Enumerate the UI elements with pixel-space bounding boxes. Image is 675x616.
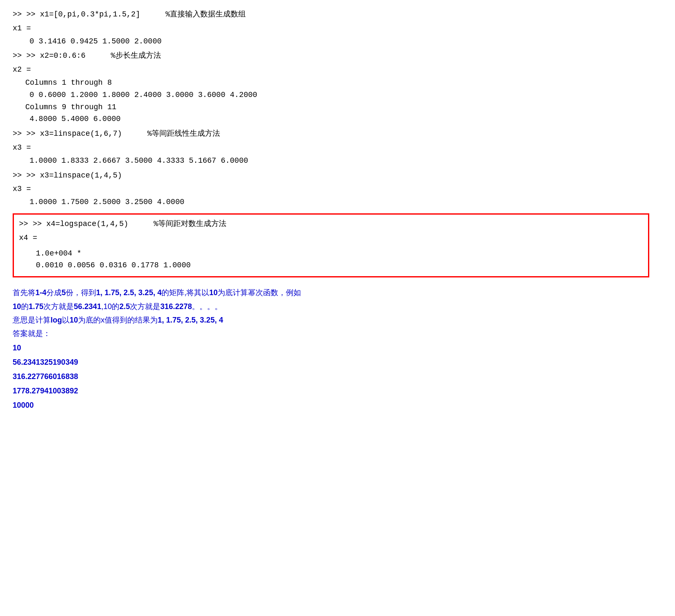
prompt-4: >> [19,218,32,230]
exp-10b: 10 [70,316,78,324]
exp-bold3: 1, 1.75, 2.5, 3.25, 4 [96,288,161,297]
cmd2-text: >> x2=0:0.6:6 [26,50,85,62]
x2-row1: 0 0.6000 1.2000 1.8000 2.4000 3.0000 3.6… [13,89,662,101]
x4-values: 0.0010 0.0056 0.0316 0.1778 1.0000 [19,259,643,272]
result5: 10000 [13,398,662,412]
cmd1-text: >> x1=[0,pi,0.3*pi,1.5,2] [26,8,140,21]
exp-bold4: 10 [209,288,218,297]
prompt-3a: >> [13,128,26,140]
explanation-line2: 10的1.75次方就是56.2341,10的2.5次方就是316.2278。。。… [13,300,662,313]
x2-col1: Columns 1 through 8 [13,77,662,89]
explanation-line3: 意思是计算log以10为底的x值得到的结果为1, 1.75, 2.5, 3.25… [13,313,662,327]
exp-line3c: 为底的x值得到的结果为 [78,316,158,324]
x3a-values: 1.0000 1.8333 2.6667 3.5000 4.3333 5.166… [13,155,662,167]
explanation-section: 首先将1-4分成5份，得到1, 1.75, 2.5, 3.25, 4的矩阵,将其… [13,286,662,341]
exp-part2: 分成 [46,288,62,297]
exp-line2e: 。。。。 [192,302,222,311]
code-block: >> >> x1=[0,pi,0.3*pi,1.5,2] %直接输入数据生成数组… [13,8,662,280]
x4-label: x4 = [19,232,643,244]
exp-bold1: 1-4 [35,288,46,297]
exp-part1: 首先将 [13,288,35,297]
exp-316: 316.2278 [160,302,192,311]
exp-log: log [51,316,62,324]
exp-10: 10 [13,302,21,311]
cmd3b-text: >> x3=linspace(1,4,5) [26,169,122,182]
cmd1-comment: %直接输入数据生成数组 [165,8,246,21]
result1: 10 [13,341,662,355]
x3b-label: x3 = [13,183,662,195]
explanation-line4: 答案就是： [13,327,662,340]
exp-line2d: 次方就是 [130,302,160,311]
exp-part5: 为底计算幂次函数，例如 [218,288,301,297]
x3a-label: x3 = [13,142,662,154]
cmd3a-line: >> >> x3=linspace(1,6,7) %等间距线性生成方法 [13,128,662,140]
highlighted-section: >> >> x4=logspace(1,4,5) %等间距对数生成方法 x4 =… [13,213,649,277]
exp-values-bold: 1, 1.75, 2.5, 3.25, 4 [158,316,223,324]
exp-line3a: 意思是计算 [13,316,51,324]
exp-line2a: 的 [21,302,29,311]
x2-col2: Columns 9 through 11 [13,101,662,113]
x2-row2: 4.8000 5.4000 6.0000 [13,113,662,125]
cmd1-line: >> >> x1=[0,pi,0.3*pi,1.5,2] %直接输入数据生成数组 [13,8,662,21]
cmd4-line: >> >> x4=logspace(1,4,5) %等间距对数生成方法 [19,218,643,230]
x1-values: 0 3.1416 0.9425 1.5000 2.0000 [13,35,662,48]
exp-answer-label: 答案就是： [13,329,51,338]
exp-part3: 份，得到 [66,288,96,297]
exp-175: 1.75 [29,302,43,311]
cmd4-comment: %等间距对数生成方法 [153,218,226,230]
result4: 1778.27941003892 [13,384,662,398]
cmd4-text: >> x4=logspace(1,4,5) [32,218,128,230]
exp-line3b: 以 [62,316,70,324]
cmd3a-comment: %等间距线性生成方法 [147,128,220,140]
x1-label: x1 = [13,22,662,35]
prompt-3b: >> [13,169,26,182]
cmd2-comment: %步长生成方法 [111,50,161,62]
result-values-section: 10 56.2341325190349 316.227766016838 177… [13,341,662,413]
x3b-values: 1.0000 1.7500 2.5000 3.2500 4.0000 [13,196,662,208]
prompt-2: >> [13,50,26,62]
cmd3b-line: >> >> x3=linspace(1,4,5) [13,169,662,182]
x2-label: x2 = [13,64,662,76]
cmd2-line: >> >> x2=0:0.6:6 %步长生成方法 [13,50,662,62]
exp-25: 2.5 [119,302,130,311]
result2: 56.2341325190349 [13,355,662,369]
x4-scale: 1.0e+004 * [19,247,643,260]
exp-line2b: 次方就是 [43,302,74,311]
exp-part4: 的矩阵,将其以 [161,288,209,297]
result3: 316.227766016838 [13,369,662,384]
cmd3a-text: >> x3=linspace(1,6,7) [26,128,122,140]
exp-56: 56.2341 [74,302,101,311]
exp-line2c: ,10的 [101,302,119,311]
prompt-1: >> [13,8,26,21]
explanation-line1: 首先将1-4分成5份，得到1, 1.75, 2.5, 3.25, 4的矩阵,将其… [13,286,662,299]
exp-bold2: 5 [62,288,66,297]
